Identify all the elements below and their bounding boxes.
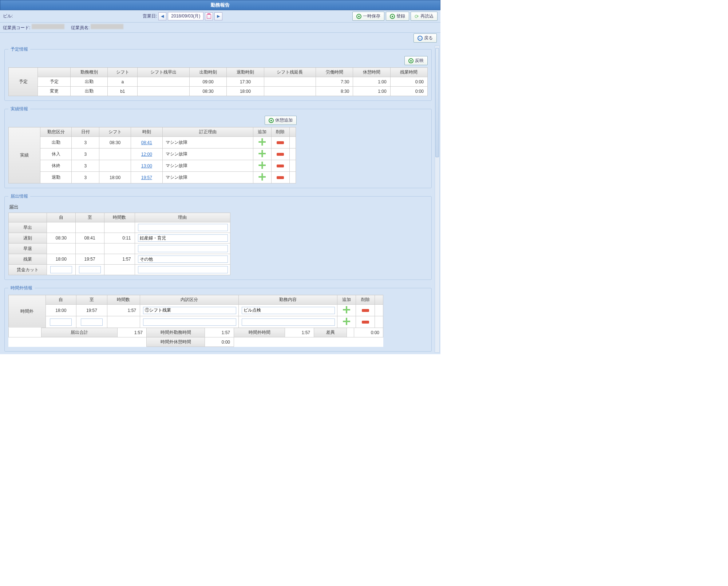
reload-label: 再読込 [420,13,434,19]
th: 退勤時刻 [227,68,264,77]
emp-name-label: 従業員名: [71,25,90,30]
from-input[interactable] [50,266,72,273]
scrollbar[interactable] [435,45,440,353]
notice-table: 自 至 時間数 理由 早出 遅刻 08:30 [8,213,230,275]
table-row: 退勤 3 18:00 19:57 マシン故障 [9,172,296,183]
delete-icon[interactable] [362,321,369,324]
register-icon: ● [390,14,395,19]
save-icon: ● [356,14,361,19]
from-input[interactable] [50,318,72,326]
reason-input[interactable] [138,234,228,242]
emp-code-label: 従業員コード: [3,25,30,30]
overtime-legend: 時間外情報 [8,285,35,291]
back-icon: ← [418,36,423,41]
add-icon[interactable] [343,306,350,313]
table-row: 出勤 3 08:30 08:41 マシン故障 [9,137,296,149]
table-row: 早退 [9,243,230,254]
time-link[interactable]: 13:00 [141,163,152,169]
save-temp-button[interactable]: ● 一時保存 [352,12,384,21]
uchiwake-input[interactable] [143,307,236,314]
th: 労働時間 [316,68,353,77]
add-icon[interactable] [258,150,266,157]
reason-input[interactable] [138,224,228,231]
date-display[interactable]: 2018/09/03(月) [168,12,203,20]
reflect-button[interactable]: ● 反映 [404,56,428,65]
notice-legend: 届出情報 [8,193,30,199]
date-prev-button[interactable]: ◀ [158,12,166,20]
break-add-label: 休憩追加 [275,117,293,123]
break-add-icon: ● [269,118,274,123]
reflect-icon: ● [408,58,414,63]
actual-legend: 実績情報 [8,106,30,112]
table-row: 休終 3 13:00 マシン故障 [9,160,296,172]
to-input[interactable] [79,266,101,273]
overtime-rowhead: 時間外 [9,295,46,328]
time-link[interactable]: 12:00 [141,152,152,157]
add-icon[interactable] [258,173,266,181]
actual-section: 実績情報 ● 休憩追加 実績 勤怠区分 日付 シフト 時刻 訂正理由 [4,106,432,188]
table-row: 18:00 19:57 1:57 [9,305,383,316]
table-row: 早出 [9,222,230,233]
reason-input[interactable] [138,245,228,252]
page-title: 勤務報告 [0,0,440,10]
th: シフト [108,68,138,77]
delete-icon[interactable] [277,165,284,167]
calendar-button[interactable] [205,12,213,20]
th: シフト残早出 [138,68,190,77]
reason-input[interactable] [138,256,228,263]
table-row: 賃金カット [9,265,230,275]
actual-rowhead: 実績 [9,127,40,183]
date-next-button[interactable]: ▶ [214,12,222,20]
actual-table: 実績 勤怠区分 日付 シフト 時刻 訂正理由 追加 削除 出勤 3 08:30 [8,127,296,183]
overtime-section: 時間外情報 時間外 自 至 時間数 内訳区分 勤務内容 追加 削除 18: [4,285,432,352]
reload-button[interactable]: ⟳ 再読込 [411,12,438,21]
table-row [9,316,383,328]
scrollbar-thumb[interactable] [435,48,439,157]
time-link[interactable]: 19:57 [141,175,152,180]
delete-icon[interactable] [277,141,284,144]
register-button[interactable]: ● 登録 [386,12,409,21]
table-row: 残業 18:00 19:57 1:57 [9,254,230,265]
naiyou-input[interactable] [242,307,335,314]
reflect-label: 反映 [415,58,424,64]
break-add-button[interactable]: ● 休憩追加 [265,116,297,125]
emp-code-value [32,24,64,29]
reload-icon: ⟳ [415,13,419,19]
schedule-table: 予定 勤務種別 シフト シフト残早出 出勤時刻 退勤時刻 シフト残延長 労働時間… [8,67,428,96]
delete-icon[interactable] [277,153,284,156]
reason-input[interactable] [138,266,228,273]
time-link[interactable]: 08:41 [141,140,152,145]
overtime-table: 時間外 自 至 時間数 内訳区分 勤務内容 追加 削除 18:00 19:57 … [8,295,383,328]
table-row: 変更 出勤 b1 08:30 18:00 8:30 1:00 0:00 [9,87,428,96]
add-icon[interactable] [343,318,350,325]
building-label: ビル: [3,13,13,19]
employee-row: 従業員コード: 従業員名: [0,23,440,33]
schedule-rowhead: 予定 [9,68,38,96]
table-row: 休入 3 12:00 マシン故障 [9,149,296,160]
uchiwake-input[interactable] [143,318,236,326]
back-button[interactable]: ← 戻る [414,33,437,43]
toolbar: ビル: 営業日: ◀ 2018/09/03(月) ▶ ● 一時保存 ● 登録 ⟳… [0,10,440,23]
add-icon[interactable] [258,162,266,169]
add-icon[interactable] [258,138,266,146]
save-temp-label: 一時保存 [363,13,380,19]
schedule-legend: 予定情報 [8,46,30,52]
th: 残業時間 [390,68,427,77]
notice-section: 届出情報 届出 自 至 時間数 理由 早出 [4,193,432,280]
th: 出勤時刻 [189,68,226,77]
naiyou-input[interactable] [242,318,335,326]
delete-icon[interactable] [277,176,284,179]
emp-name-value [91,24,123,29]
eigyobi-label: 営業日: [143,13,157,19]
table-row: 遅刻 08:30 08:41 0:11 [9,233,230,243]
notice-subhead: 届出 [9,204,428,210]
th: 休憩時間 [353,68,390,77]
th: 勤務種別 [71,68,108,77]
delete-icon[interactable] [362,309,369,312]
table-row: 予定 出勤 a 09:00 17:30 7:30 1:00 0:00 [9,77,428,87]
to-input[interactable] [81,318,103,326]
back-label: 戻る [424,35,433,41]
schedule-section: 予定情報 ● 反映 予定 勤務種別 シフト シフト残早出 出勤時刻 [4,46,432,101]
calendar-icon [207,14,211,19]
th: シフト残延長 [264,68,316,77]
